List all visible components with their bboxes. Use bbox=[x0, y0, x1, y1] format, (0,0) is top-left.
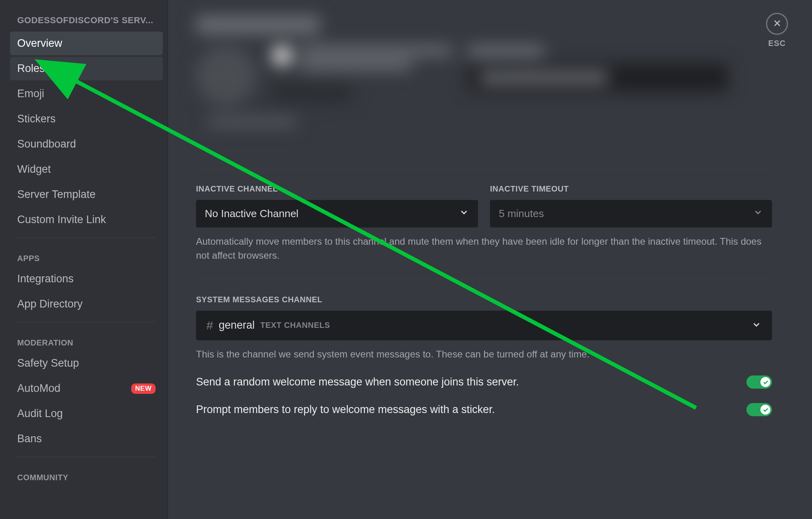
sidebar-item-bans[interactable]: Bans bbox=[10, 427, 163, 451]
sidebar-item-label: Integrations bbox=[17, 273, 74, 285]
sidebar-item-label: Stickers bbox=[17, 113, 56, 125]
close-icon bbox=[772, 18, 782, 30]
sidebar-item-custom-invite-link[interactable]: Custom Invite Link bbox=[10, 208, 163, 232]
system-messages-label: SYSTEM MESSAGES CHANNEL bbox=[196, 295, 772, 304]
inactive-help-text: Automatically move members to this chann… bbox=[196, 235, 772, 263]
toggle-label: Prompt members to reply to welcome messa… bbox=[196, 403, 495, 416]
main-content: ESC bbox=[168, 0, 812, 519]
inactive-timeout-select[interactable]: 5 minutes bbox=[490, 200, 772, 228]
sidebar-section-community: COMMUNITY bbox=[10, 463, 163, 486]
inactive-settings-row: INACTIVE CHANNEL No Inactive Channel INA… bbox=[196, 184, 772, 228]
toggle-welcome-message: Send a random welcome message when someo… bbox=[196, 375, 772, 389]
sidebar-item-label: App Directory bbox=[17, 298, 83, 310]
sidebar-item-label: AutoMod bbox=[17, 382, 60, 395]
blurred-server-overview bbox=[196, 0, 772, 152]
sidebar-item-label: Bans bbox=[17, 433, 42, 445]
section-divider bbox=[196, 279, 772, 279]
sidebar-item-widget[interactable]: Widget bbox=[10, 158, 163, 181]
inactive-channel-select[interactable]: No Inactive Channel bbox=[196, 200, 478, 228]
sidebar-item-label: Overview bbox=[17, 37, 62, 50]
sidebar-item-soundboard[interactable]: Soundboard bbox=[10, 132, 163, 156]
sidebar-item-audit-log[interactable]: Audit Log bbox=[10, 402, 163, 425]
sidebar-divider bbox=[17, 322, 156, 322]
sidebar-item-label: Widget bbox=[17, 163, 51, 176]
channel-name: general bbox=[219, 319, 255, 331]
sidebar-item-automod[interactable]: AutoMod NEW bbox=[10, 377, 163, 400]
sidebar-item-app-directory[interactable]: App Directory bbox=[10, 292, 163, 316]
sidebar-item-overview[interactable]: Overview bbox=[10, 32, 163, 55]
system-messages-help: This is the channel we send system event… bbox=[196, 347, 772, 361]
sidebar-item-server-template[interactable]: Server Template bbox=[10, 183, 163, 206]
sidebar-item-integrations[interactable]: Integrations bbox=[10, 267, 163, 291]
inactive-timeout-label: INACTIVE TIMEOUT bbox=[490, 184, 772, 194]
sidebar-divider bbox=[17, 457, 156, 457]
toggle-switch-welcome[interactable] bbox=[746, 375, 772, 389]
inactive-channel-label: INACTIVE CHANNEL bbox=[196, 184, 478, 194]
sidebar-item-label: Custom Invite Link bbox=[17, 214, 106, 226]
sidebar-section-apps: APPS bbox=[10, 244, 163, 267]
hash-icon: # bbox=[206, 319, 213, 332]
sidebar-item-safety-setup[interactable]: Safety Setup bbox=[10, 351, 163, 375]
new-badge: NEW bbox=[131, 383, 156, 394]
chevron-down-icon bbox=[753, 207, 763, 220]
system-messages-section: SYSTEM MESSAGES CHANNEL # general TEXT C… bbox=[196, 295, 772, 417]
sidebar-item-label: Emoji bbox=[17, 88, 44, 100]
toggle-knob bbox=[760, 377, 770, 387]
sidebar-item-label: Server Template bbox=[17, 188, 96, 201]
sidebar-item-label: Roles bbox=[17, 62, 45, 75]
sidebar-item-label: Audit Log bbox=[17, 407, 63, 420]
sidebar-section-moderation: MODERATION bbox=[10, 328, 163, 351]
toggle-label: Send a random welcome message when someo… bbox=[196, 376, 519, 388]
select-value: No Inactive Channel bbox=[205, 208, 298, 220]
toggle-switch-sticker[interactable] bbox=[746, 403, 772, 416]
sidebar-divider bbox=[17, 238, 156, 238]
sidebar-item-stickers[interactable]: Stickers bbox=[10, 107, 163, 131]
select-value: 5 minutes bbox=[499, 208, 544, 220]
channel-category: TEXT CHANNELS bbox=[260, 321, 330, 330]
settings-sidebar: GODESSOFDISCORD'S SERV... Overview Roles… bbox=[0, 0, 168, 519]
section-divider bbox=[196, 168, 772, 168]
system-messages-channel-select[interactable]: # general TEXT CHANNELS bbox=[196, 311, 772, 340]
chevron-down-icon bbox=[751, 319, 762, 331]
server-name-header: GODESSOFDISCORD'S SERV... bbox=[10, 12, 163, 32]
toggle-knob bbox=[760, 405, 770, 415]
sidebar-item-label: Safety Setup bbox=[17, 357, 79, 369]
chevron-down-icon bbox=[459, 207, 469, 220]
sidebar-item-emoji[interactable]: Emoji bbox=[10, 82, 163, 106]
sidebar-item-roles[interactable]: Roles bbox=[10, 57, 163, 80]
sidebar-item-label: Soundboard bbox=[17, 138, 76, 150]
toggle-sticker-prompt: Prompt members to reply to welcome messa… bbox=[196, 403, 772, 416]
